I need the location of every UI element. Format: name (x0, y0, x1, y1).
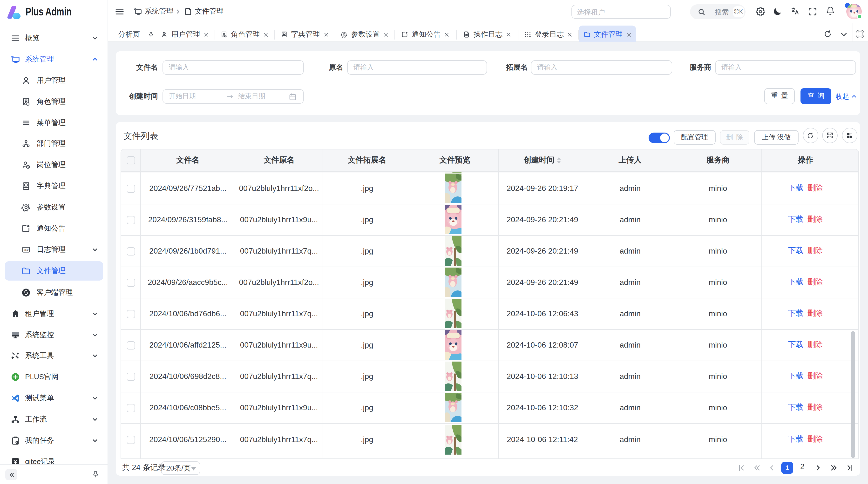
svg-text:DEV: DEV (24, 249, 29, 251)
